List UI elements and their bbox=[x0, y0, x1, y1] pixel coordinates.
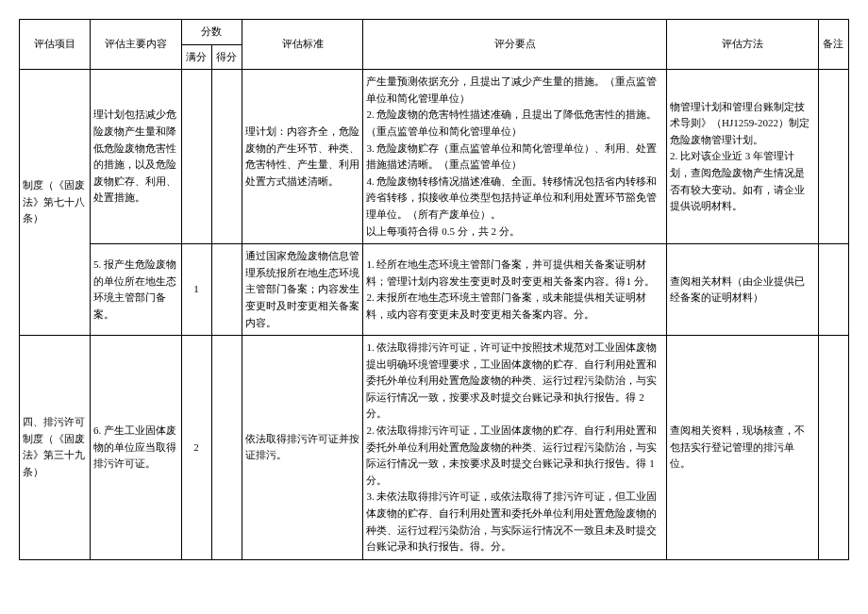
header-score: 分数 bbox=[181, 20, 242, 45]
header-project: 评估项目 bbox=[20, 20, 91, 70]
cell-points: 产生量预测依据充分，且提出了减少产生量的措施。（重点监管单位和简化管理单位）2.… bbox=[363, 70, 667, 244]
cell-points: 1. 经所在地生态环境主管部门备案，并可提供相关备案证明材料；管理计划内容发生变… bbox=[363, 244, 667, 336]
cell-standard: 依法取得排污许可证并按证排污。 bbox=[242, 336, 363, 560]
cell-project: 制度（《固废法》第七十八条） bbox=[20, 70, 91, 336]
cell-got bbox=[211, 336, 242, 560]
table-row: 制度（《固废法》第七十八条） 理计划包括减少危险废物产生量和降低危险废物危害性的… bbox=[20, 70, 849, 244]
table-row: 5. 报产生危险废物的单位所在地生态环境主管部门备案。 1 通过国家危险废物信息… bbox=[20, 244, 849, 336]
cell-content: 6. 产生工业固体废物的单位应当取得排污许可证。 bbox=[91, 336, 181, 560]
cell-method: 物管理计划和管理台账制定技术导则》（HJ1259-2022）制定危险废物管理计划… bbox=[667, 70, 819, 244]
cell-full: 2 bbox=[181, 336, 211, 560]
cell-standard: 理计划：内容齐全，危险废物的产生环节、种类、危害特性、产生量、利用处置方式描述清… bbox=[242, 70, 363, 244]
table-row: 四、排污许可制度（《固废法》第三十九条） 6. 产生工业固体废物的单位应当取得排… bbox=[20, 336, 849, 560]
assessment-table: 评估项目 评估主要内容 分数 评估标准 评分要点 评估方法 备注 满分 得分 制… bbox=[19, 19, 849, 560]
header-content: 评估主要内容 bbox=[91, 20, 181, 70]
cell-project: 四、排污许可制度（《固废法》第三十九条） bbox=[20, 336, 91, 560]
header-points: 评分要点 bbox=[363, 20, 667, 70]
cell-full: 1 bbox=[181, 244, 211, 336]
cell-content: 理计划包括减少危险废物产生量和降低危险废物危害性的措施，以及危险废物贮存、利用、… bbox=[91, 70, 181, 244]
cell-got bbox=[211, 244, 242, 336]
header-got: 得分 bbox=[211, 44, 242, 70]
cell-content: 5. 报产生危险废物的单位所在地生态环境主管部门备案。 bbox=[91, 244, 181, 336]
cell-note bbox=[818, 336, 848, 560]
cell-note bbox=[818, 70, 848, 244]
cell-points: 1. 依法取得排污许可证，许可证中按照技术规范对工业固体废物提出明确环境管理要求… bbox=[363, 336, 667, 560]
header-row-1: 评估项目 评估主要内容 分数 评估标准 评分要点 评估方法 备注 bbox=[20, 20, 849, 45]
header-note: 备注 bbox=[818, 20, 848, 70]
cell-full bbox=[181, 70, 211, 244]
cell-got bbox=[211, 70, 242, 244]
cell-method: 查阅相关材料（由企业提供已经备案的证明材料） bbox=[667, 244, 819, 336]
cell-standard: 通过国家危险废物信息管理系统报所在地生态环境主管部门备案；内容发生变更时及时变更… bbox=[242, 244, 363, 336]
cell-note bbox=[818, 244, 848, 336]
header-full: 满分 bbox=[181, 44, 211, 70]
header-method: 评估方法 bbox=[667, 20, 819, 70]
header-standard: 评估标准 bbox=[242, 20, 363, 70]
cell-method: 查阅相关资料，现场核查，不包括实行登记管理的排污单位。 bbox=[667, 336, 819, 560]
